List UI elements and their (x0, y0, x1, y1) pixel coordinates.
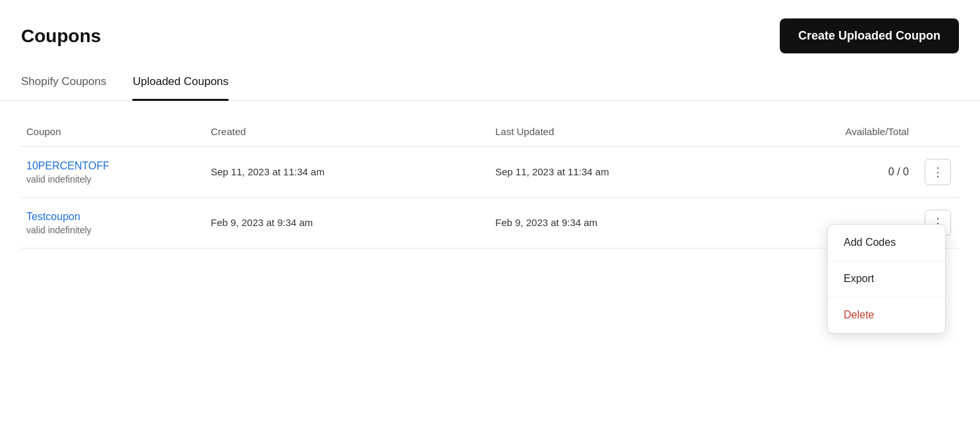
page-title: Coupons (21, 26, 101, 47)
col-header-coupon: Coupon (21, 123, 205, 140)
last-updated-date-2: Feb 9, 2023 at 9:34 am (495, 217, 597, 228)
dropdown-menu: Add Codes Export Delete (827, 224, 946, 334)
col-header-actions (919, 123, 959, 140)
coupon-name-link-2[interactable]: Testcoupon (26, 211, 200, 223)
last-updated-date-1: Sep 11, 2023 at 11:34 am (495, 166, 609, 177)
dropdown-item-add-codes[interactable]: Add Codes (828, 225, 945, 261)
tabs-bar: Shopify Coupons Uploaded Coupons (0, 67, 980, 101)
created-date-2: Feb 9, 2023 at 9:34 am (211, 217, 313, 228)
tab-uploaded-coupons[interactable]: Uploaded Coupons (132, 67, 229, 101)
dropdown-item-delete[interactable]: Delete (828, 297, 945, 333)
available-total-cell-1: 0 / 0 (775, 166, 919, 178)
more-dots-icon-1: ⋮ (932, 165, 944, 179)
table-header: Coupon Created Last Updated Available/To… (21, 117, 959, 147)
page-header: Coupons Create Uploaded Coupon (0, 0, 980, 67)
coupon-validity-2: valid indefinitely (26, 225, 200, 235)
table-row: 10PERCENTOFF valid indefinitely Sep 11, … (21, 147, 959, 198)
coupon-name-link-1[interactable]: 10PERCENTOFF (26, 160, 200, 172)
created-date-1: Sep 11, 2023 at 11:34 am (211, 166, 325, 177)
last-updated-cell-2: Feb 9, 2023 at 9:34 am (490, 217, 775, 229)
table-row: Testcoupon valid indefinitely Feb 9, 202… (21, 198, 959, 248)
last-updated-cell-1: Sep 11, 2023 at 11:34 am (490, 166, 775, 178)
col-header-last-updated: Last Updated (490, 123, 775, 140)
created-cell-1: Sep 11, 2023 at 11:34 am (205, 166, 490, 178)
actions-cell-1: ⋮ (919, 159, 959, 185)
dropdown-item-export[interactable]: Export (828, 261, 945, 297)
col-header-available-total: Available/Total (775, 123, 919, 140)
tab-shopify-coupons[interactable]: Shopify Coupons (21, 67, 106, 101)
col-header-created: Created (205, 123, 490, 140)
coupon-cell-1: 10PERCENTOFF valid indefinitely (21, 160, 205, 185)
create-uploaded-coupon-button[interactable]: Create Uploaded Coupon (780, 18, 959, 53)
created-cell-2: Feb 9, 2023 at 9:34 am (205, 217, 490, 229)
more-actions-button-1[interactable]: ⋮ (925, 159, 951, 185)
coupon-validity-1: valid indefinitely (26, 174, 200, 185)
coupon-cell-2: Testcoupon valid indefinitely (21, 211, 205, 235)
